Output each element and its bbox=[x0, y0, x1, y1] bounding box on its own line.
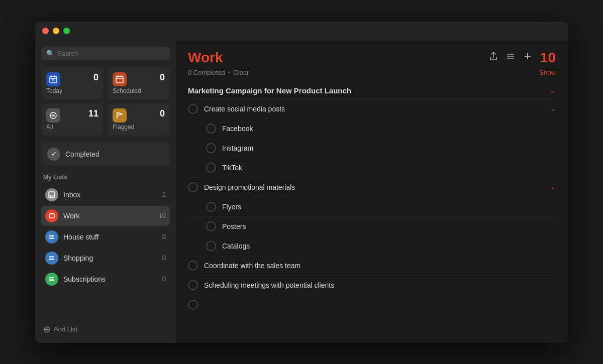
house-stuff-label: House stuff bbox=[63, 233, 157, 241]
task-social-media-circle[interactable] bbox=[188, 104, 198, 114]
inbox-count: 1 bbox=[162, 191, 166, 198]
svg-text:25: 25 bbox=[52, 79, 55, 82]
smart-card-today[interactable]: 25 0 Today bbox=[41, 67, 104, 99]
task-sales-team-text: Coordinate with the sales team bbox=[204, 262, 556, 270]
today-label: Today bbox=[46, 87, 98, 94]
task-sales-team[interactable]: Coordinate with the sales team bbox=[188, 256, 556, 276]
sidebar-item-work[interactable]: Work 10 bbox=[41, 206, 170, 226]
add-list-button[interactable]: ⊕ Add List bbox=[41, 322, 170, 337]
all-count: 11 bbox=[88, 108, 98, 119]
completed-card[interactable]: ✓ Completed bbox=[41, 143, 170, 166]
task-meetings[interactable]: Scheduling meetings with potential clien… bbox=[188, 276, 556, 295]
sidebar: 🔍 25 bbox=[35, 41, 176, 343]
task-posters-circle[interactable] bbox=[206, 221, 216, 231]
task-tiktok[interactable]: TikTok bbox=[188, 158, 556, 178]
group-marketing-chevron: ⌄ bbox=[550, 86, 556, 94]
flagged-count: 0 bbox=[160, 108, 165, 119]
minimize-button[interactable] bbox=[53, 28, 59, 34]
task-promo-materials-text: Design promotional materials bbox=[204, 183, 544, 191]
task-facebook-circle[interactable] bbox=[206, 124, 216, 134]
task-flyers[interactable]: Flyers bbox=[188, 197, 556, 217]
scheduled-count: 0 bbox=[160, 72, 165, 83]
task-posters[interactable]: Posters bbox=[188, 217, 556, 236]
completed-icon: ✓ bbox=[47, 148, 60, 161]
task-count: 10 bbox=[540, 50, 556, 66]
all-label: All bbox=[46, 124, 98, 131]
task-new[interactable] bbox=[188, 295, 556, 315]
search-bar[interactable]: 🔍 bbox=[41, 47, 170, 60]
task-flyers-text: Flyers bbox=[222, 203, 241, 211]
sub-header: 0 Completed • Clear Show bbox=[176, 66, 568, 81]
shopping-label: Shopping bbox=[63, 254, 157, 262]
shopping-count: 0 bbox=[162, 254, 166, 262]
smart-card-all[interactable]: 11 All bbox=[41, 103, 104, 136]
maximize-button[interactable] bbox=[63, 28, 70, 34]
today-count: 0 bbox=[93, 72, 98, 83]
task-tiktok-text: TikTok bbox=[222, 164, 242, 172]
share-icon[interactable] bbox=[489, 52, 498, 63]
subscriptions-icon bbox=[45, 273, 58, 286]
sidebar-item-subscriptions[interactable]: Subscriptions 0 bbox=[41, 269, 170, 289]
main-toolbar bbox=[489, 52, 532, 63]
add-task-icon[interactable] bbox=[523, 52, 532, 63]
add-list-label: Add List bbox=[54, 325, 77, 333]
scheduled-icon bbox=[113, 72, 127, 86]
sidebar-item-house-stuff[interactable]: House stuff 0 bbox=[41, 227, 170, 247]
task-sales-team-circle[interactable] bbox=[188, 261, 198, 271]
task-catalogs-text: Catalogs bbox=[222, 242, 250, 250]
all-icon bbox=[46, 108, 60, 123]
main-content: Work bbox=[176, 41, 568, 343]
task-promo-materials-circle[interactable] bbox=[188, 182, 198, 192]
completed-count-text: 0 Completed bbox=[188, 69, 225, 76]
task-instagram-circle[interactable] bbox=[206, 143, 216, 153]
task-catalogs-circle[interactable] bbox=[206, 241, 216, 251]
close-button[interactable] bbox=[42, 28, 49, 34]
smart-card-scheduled[interactable]: 0 Scheduled bbox=[108, 67, 170, 99]
app-window: 🔍 25 bbox=[35, 22, 568, 343]
flagged-label: Flagged bbox=[113, 124, 165, 131]
flagged-icon bbox=[113, 108, 127, 123]
search-input[interactable] bbox=[57, 50, 165, 57]
clear-button[interactable]: Clear bbox=[233, 69, 249, 76]
svg-rect-11 bbox=[49, 214, 54, 218]
subscriptions-count: 0 bbox=[162, 275, 166, 283]
task-list: Marketing Campaign for New Product Launc… bbox=[176, 81, 568, 343]
task-social-media[interactable]: Create social media posts ⌄ bbox=[188, 99, 556, 119]
my-lists-header: My Lists bbox=[41, 174, 170, 181]
task-promo-materials-chevron[interactable]: ⌄ bbox=[550, 183, 556, 191]
group-marketing-title: Marketing Campaign for New Product Launc… bbox=[188, 86, 351, 95]
inbox-icon bbox=[45, 188, 58, 201]
task-instagram[interactable]: Instagram bbox=[188, 139, 556, 158]
separator: • bbox=[228, 69, 231, 76]
search-icon: 🔍 bbox=[46, 50, 54, 57]
task-social-media-chevron[interactable]: ⌄ bbox=[550, 105, 556, 112]
subscriptions-label: Subscriptions bbox=[63, 275, 157, 283]
task-catalogs[interactable]: Catalogs bbox=[188, 236, 556, 256]
completed-info: 0 Completed • Clear bbox=[188, 69, 249, 76]
traffic-lights bbox=[42, 28, 70, 34]
task-promo-materials[interactable]: Design promotional materials ⌄ bbox=[188, 178, 556, 197]
work-count: 10 bbox=[159, 212, 166, 219]
content-area: 🔍 25 bbox=[35, 41, 568, 343]
work-label: Work bbox=[63, 212, 154, 220]
task-meetings-circle[interactable] bbox=[188, 280, 198, 290]
show-button[interactable]: Show bbox=[539, 69, 556, 76]
list-icon[interactable] bbox=[506, 52, 515, 63]
task-posters-text: Posters bbox=[222, 222, 246, 230]
smart-lists: 25 0 Today bbox=[41, 67, 170, 136]
task-facebook-text: Facebook bbox=[222, 125, 253, 133]
scheduled-label: Scheduled bbox=[113, 87, 165, 94]
work-icon bbox=[45, 209, 58, 222]
inbox-label: Inbox bbox=[63, 191, 157, 199]
sidebar-item-shopping[interactable]: Shopping 0 bbox=[41, 248, 170, 268]
task-instagram-text: Instagram bbox=[222, 144, 253, 152]
group-marketing[interactable]: Marketing Campaign for New Product Launc… bbox=[188, 81, 556, 99]
task-tiktok-circle[interactable] bbox=[206, 163, 216, 173]
task-new-circle bbox=[188, 300, 198, 310]
svg-rect-5 bbox=[116, 76, 123, 83]
task-facebook[interactable]: Facebook bbox=[188, 119, 556, 139]
smart-card-flagged[interactable]: 0 Flagged bbox=[108, 103, 170, 136]
task-flyers-circle[interactable] bbox=[206, 202, 216, 212]
sidebar-item-inbox[interactable]: Inbox 1 bbox=[41, 185, 170, 205]
today-icon: 25 bbox=[46, 72, 60, 86]
